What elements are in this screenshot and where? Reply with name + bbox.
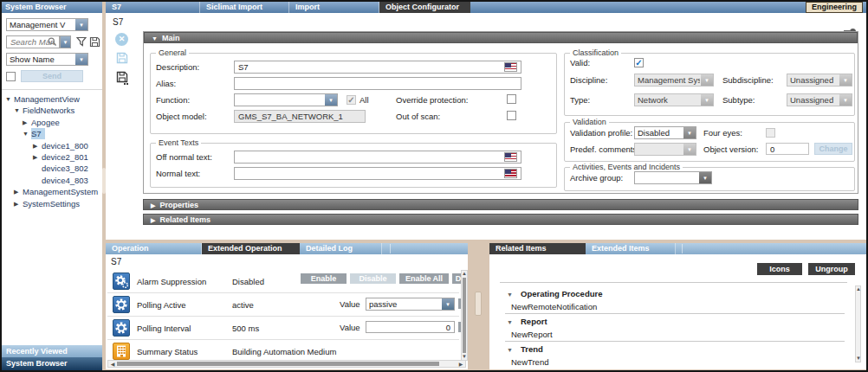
related-group-header[interactable]: ▼Report	[507, 317, 547, 326]
related-group-header[interactable]: ▼Operating Procedure	[507, 289, 603, 298]
expand-arrow-icon[interactable]: ▼	[14, 105, 23, 116]
tree-item[interactable]: ▶device2_801	[2, 151, 102, 163]
operation-object-label: S7	[111, 256, 121, 267]
collapse-arrow-icon[interactable]: ▶	[14, 186, 23, 197]
vertical-scrollbar[interactable]: ▲ ▼	[461, 270, 468, 361]
expand-arrow-icon[interactable]: ▼	[152, 35, 158, 42]
icons-button[interactable]: Icons	[757, 263, 802, 275]
send-checkbox[interactable]	[6, 72, 16, 81]
expand-arrow-icon[interactable]: ▼	[23, 128, 31, 139]
tab-s7[interactable]: S7	[106, 2, 200, 13]
search-options-dropdown[interactable]: ▼	[60, 35, 71, 48]
alias-input[interactable]	[234, 77, 521, 90]
panel-splitter-handle[interactable]	[475, 292, 482, 316]
validation-profile-dropdown[interactable]: Disabled▼	[634, 126, 696, 139]
out-of-scan-checkbox[interactable]	[507, 111, 516, 120]
enable-all-button[interactable]: Enable All	[399, 273, 449, 284]
scroll-down-icon[interactable]: ▼	[462, 354, 467, 360]
save-as-icon[interactable]	[116, 71, 128, 87]
scroll-left-icon[interactable]: ◀	[109, 362, 116, 368]
disable-all-button[interactable]: Disable All	[452, 273, 461, 284]
tree-item[interactable]: ▶Apogee	[2, 117, 102, 128]
expand-arrow-icon[interactable]: ▼	[507, 319, 521, 325]
save-icon[interactable]	[116, 52, 128, 66]
filter-icon[interactable]	[76, 36, 87, 48]
view-selector-dropdown[interactable]: Management V ▼	[6, 18, 88, 31]
tree-item[interactable]: ▼ManagementView	[2, 93, 102, 105]
enable-button[interactable]: Enable	[301, 273, 347, 284]
chevron-down-icon[interactable]: ▼	[325, 94, 337, 106]
tree-item[interactable]: ▼FieldNetworks	[2, 105, 102, 116]
all-checkbox[interactable]: ✓	[347, 95, 356, 105]
collapse-arrow-icon[interactable]: ▶	[14, 198, 23, 209]
predef-comments-dropdown: ▼	[634, 143, 696, 156]
collapse-arrow-icon[interactable]: ▶	[33, 140, 42, 151]
system-browser-bar[interactable]: System Browser	[2, 357, 102, 370]
tree-item[interactable]: ▶device1_800	[2, 140, 102, 151]
normal-text-input[interactable]	[234, 167, 521, 180]
collapse-arrow-icon[interactable]: ▶	[33, 151, 42, 163]
scroll-down-icon[interactable]: ▼	[856, 356, 860, 362]
related-item[interactable]: NewReport	[511, 330, 553, 339]
collapse-arrow-icon[interactable]: ▶	[151, 217, 155, 223]
polling-interval-input[interactable]	[366, 321, 455, 333]
tree-item[interactable]: ▶SystemSettings	[2, 198, 102, 209]
operation-body: S7 Alarm Suppression Disabled Enable Dis…	[106, 254, 468, 369]
tab-siclimat-import[interactable]: Siclimat Import	[200, 2, 289, 13]
related-items-panel: Related Items Extended Items Icons Ungro…	[489, 243, 866, 369]
browser-splitter-handle[interactable]	[102, 168, 106, 194]
expand-arrow-icon[interactable]: ▼	[507, 347, 521, 353]
ungroup-button[interactable]: Ungroup	[808, 263, 855, 275]
operation-row: Polling Interval 500 ms Value Change	[106, 317, 461, 340]
close-icon[interactable]: ✕	[115, 33, 128, 46]
recently-viewed-bar[interactable]: Recently Viewed	[2, 345, 102, 357]
tab-import[interactable]: Import	[289, 2, 379, 13]
general-groupbox: General Description: Alias: Function: ▼ …	[150, 53, 557, 134]
chevron-down-icon[interactable]: ▼	[442, 298, 454, 310]
classification-groupbox: Classification Valid: ✓ Discipline: Mana…	[564, 53, 855, 116]
override-protection-checkbox[interactable]	[507, 94, 516, 104]
change-version-button: Change	[814, 143, 852, 155]
main-section-header[interactable]: ▼ Main	[144, 32, 858, 43]
chevron-down-icon[interactable]: ▼	[75, 19, 87, 30]
archive-group-dropdown[interactable]: ▼	[634, 171, 712, 184]
scroll-up-icon[interactable]: ▲	[462, 271, 467, 277]
save-search-icon[interactable]	[89, 36, 100, 49]
related-item[interactable]: NewRemoteNotification	[511, 302, 597, 311]
tab-extended-operation[interactable]: Extended Operation	[202, 243, 300, 254]
tab-related-items[interactable]: Related Items	[489, 243, 586, 254]
vertical-scrollbar[interactable]: ▲ ▼	[855, 285, 861, 362]
scroll-right-icon[interactable]: ▶	[457, 362, 464, 368]
tree-item[interactable]: device3_802	[2, 163, 102, 174]
tab-detailed-log[interactable]: Detailed Log	[300, 243, 382, 254]
tree-item[interactable]: device4_803	[2, 175, 102, 186]
off-normal-text-input[interactable]	[234, 151, 521, 164]
related-item[interactable]: NewTrend	[511, 357, 548, 367]
horizontal-scrollbar[interactable]: ◀ ▶	[107, 360, 466, 368]
tree-item[interactable]: ▶ManagementSystem	[2, 186, 102, 197]
tab-extended-items[interactable]: Extended Items	[586, 243, 676, 254]
chevron-down-icon[interactable]: ▼	[699, 172, 711, 183]
operation-rows: Alarm Suppression Disabled Enable Disabl…	[106, 270, 461, 363]
object-configurator-content: S7 ✕ ▼ Main General Description: Alias: …	[106, 13, 866, 240]
function-dropdown[interactable]: ▼	[234, 93, 338, 106]
scroll-up-icon[interactable]: ▲	[856, 286, 860, 292]
valid-checkbox[interactable]: ✓	[634, 58, 644, 67]
collapse-arrow-icon[interactable]: ▶	[151, 202, 155, 208]
tab-operation[interactable]: Operation	[106, 243, 202, 254]
polling-active-dropdown[interactable]: passive▼	[366, 298, 455, 311]
properties-section-header[interactable]: ▶ Properties	[143, 199, 858, 210]
tree-item-selected[interactable]: ▼S7	[2, 128, 102, 139]
collapse-arrow-icon[interactable]: ▶	[23, 117, 31, 128]
description-input[interactable]	[234, 61, 521, 74]
tab-object-configurator[interactable]: Object Configurator	[379, 2, 470, 13]
engineering-button[interactable]: Engineering	[806, 2, 863, 13]
related-group-header[interactable]: ▼Trend	[507, 344, 543, 354]
expand-arrow-icon[interactable]: ▼	[5, 93, 14, 105]
related-items-section-header[interactable]: ▶ Related Items	[143, 214, 858, 225]
send-button[interactable]: Send	[21, 70, 83, 82]
chevron-down-icon[interactable]: ▼	[683, 127, 696, 138]
display-mode-dropdown[interactable]: Show Name ▼	[6, 53, 88, 66]
expand-arrow-icon[interactable]: ▼	[507, 292, 521, 298]
chevron-down-icon[interactable]: ▼	[75, 54, 87, 65]
